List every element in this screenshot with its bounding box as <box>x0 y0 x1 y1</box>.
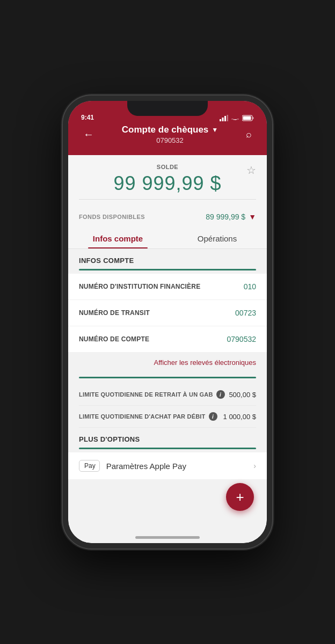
tabs-row: Infos compte Opérations <box>68 228 267 249</box>
transit-key: NUMÉRO DE TRANSIT <box>79 309 235 317</box>
fonds-label: FONDS DISPONIBLES <box>79 214 145 220</box>
notch <box>127 101 208 116</box>
limit-gab-text: LIMITE QUOTIDIENNE DE RETRAIT À UN GAB <box>79 391 213 398</box>
infos-compte-section-header: INFOS COMPTE <box>68 249 267 274</box>
transit-row: NUMÉRO DE TRANSIT 00723 <box>68 300 267 326</box>
apple-pay-left: Pay Paramètres Apple Pay <box>79 460 186 472</box>
svg-rect-5 <box>253 117 254 119</box>
dropdown-arrow-icon[interactable]: ▼ <box>212 126 218 134</box>
balance-divider <box>79 199 256 200</box>
limits-bar <box>79 377 256 378</box>
fab-icon: + <box>236 489 244 506</box>
fonds-amount: 89 999,99 $ <box>206 213 245 221</box>
apple-pay-badge: Pay <box>79 460 100 472</box>
institution-val: 010 <box>244 282 256 291</box>
svg-rect-3 <box>227 115 229 121</box>
home-indicator <box>135 536 200 539</box>
releves-link-row: Afficher les relevés électroniques <box>68 352 267 372</box>
tab-infos-compte[interactable]: Infos compte <box>68 228 168 248</box>
favorite-button[interactable]: ☆ <box>246 164 256 177</box>
fab-button[interactable]: + <box>226 483 254 511</box>
back-button[interactable]: ← <box>79 126 98 143</box>
releves-link[interactable]: Afficher les relevés électroniques <box>154 358 256 367</box>
plus-options-header: PLUS D'OPTIONS <box>68 428 267 452</box>
account-number: 0790532 <box>98 136 242 144</box>
signal-icon <box>220 115 228 121</box>
wifi-icon <box>231 115 239 121</box>
apple-pay-row[interactable]: Pay Paramètres Apple Pay › <box>68 452 267 479</box>
plus-options-title: PLUS D'OPTIONS <box>79 435 256 443</box>
institution-key: NUMÉRO D'INSTITUTION FINANCIÈRE <box>79 283 244 290</box>
svg-rect-0 <box>220 119 221 121</box>
tab-operations[interactable]: Opérations <box>168 228 267 248</box>
account-num-key: NUMÉRO DE COMPTE <box>79 335 227 343</box>
options-bar <box>79 448 256 449</box>
phone-frame: 9:41 <box>63 96 272 548</box>
apple-pay-label: Paramètres Apple Pay <box>106 462 186 471</box>
limit-debit-label: LIMITE QUOTIDIENNE D'ACHAT PAR DÉBIT i <box>79 412 223 421</box>
limit-debit-text: LIMITE QUOTIDIENNE D'ACHAT PAR DÉBIT <box>79 413 206 420</box>
screen: 9:41 <box>68 101 267 543</box>
fonds-value: 89 999,99 $ ▼ <box>206 213 256 221</box>
search-button[interactable]: ⌕ <box>242 127 256 142</box>
account-num-val: 0790532 <box>227 335 256 343</box>
info-debit-icon[interactable]: i <box>209 412 217 421</box>
apple-pay-badge-text: Pay <box>84 462 96 470</box>
limit-debit-val: 1 000,00 $ <box>223 413 256 421</box>
header-title-area: Compte de chèques ▼ 0790532 <box>98 125 242 144</box>
limits-section: LIMITE QUOTIDIENNE DE RETRAIT À UN GAB i… <box>68 384 267 428</box>
info-card: NUMÉRO D'INSTITUTION FINANCIÈRE 010 NUMÉ… <box>68 274 267 352</box>
account-name-label: Compte de chèques <box>122 125 209 135</box>
limit-debit-row: LIMITE QUOTIDIENNE D'ACHAT PAR DÉBIT i 1… <box>79 406 256 428</box>
fonds-chevron-icon: ▼ <box>249 213 256 221</box>
svg-rect-6 <box>243 116 251 120</box>
limit-gab-val: 500,00 $ <box>229 391 256 399</box>
limit-gab-label: LIMITE QUOTIDIENNE DE RETRAIT À UN GAB i <box>79 390 229 399</box>
transit-val: 00723 <box>235 309 256 317</box>
tab-operations-label: Opérations <box>198 234 237 243</box>
solde-label: SOLDE <box>157 164 178 170</box>
tab-infos-label: Infos compte <box>93 234 143 243</box>
info-gab-icon[interactable]: i <box>216 390 225 399</box>
svg-rect-1 <box>222 118 224 121</box>
account-title: Compte de chèques ▼ <box>98 125 242 135</box>
svg-rect-2 <box>224 116 226 121</box>
status-time: 9:41 <box>81 114 94 121</box>
balance-section: SOLDE 99 999,99 $ ☆ <box>68 155 267 206</box>
limit-gab-row: LIMITE QUOTIDIENNE DE RETRAIT À UN GAB i… <box>79 384 256 406</box>
status-icons <box>220 115 254 121</box>
institution-row: NUMÉRO D'INSTITUTION FINANCIÈRE 010 <box>68 274 267 300</box>
balance-amount: 99 999,99 $ <box>113 172 221 195</box>
battery-icon <box>242 115 254 121</box>
apple-pay-chevron-icon: › <box>253 462 256 470</box>
account-num-row: NUMÉRO DE COMPTE 0790532 <box>68 326 267 352</box>
section-bar <box>79 269 256 270</box>
infos-compte-title: INFOS COMPTE <box>79 257 256 265</box>
phone-shell: 9:41 <box>0 0 335 644</box>
header-nav: ← Compte de chèques ▼ 0790532 ⌕ <box>79 125 256 144</box>
fonds-disponibles-row[interactable]: FONDS DISPONIBLES 89 999,99 $ ▼ <box>68 206 267 228</box>
